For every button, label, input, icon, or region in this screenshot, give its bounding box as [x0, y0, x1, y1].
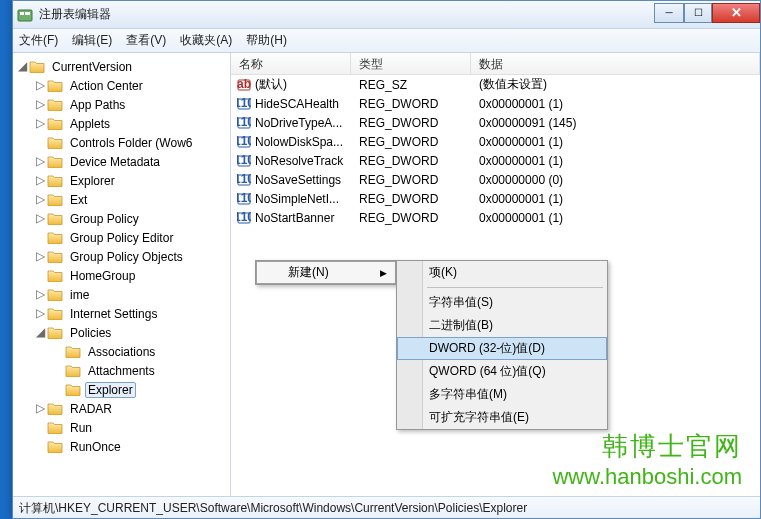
- value-icon: [237, 192, 251, 206]
- tree-label: Policies: [67, 325, 114, 341]
- tree-twisty-icon[interactable]: ▷: [33, 136, 47, 149]
- ctx-new[interactable]: 新建(N) ▶: [256, 261, 396, 284]
- tree-twisty-icon[interactable]: ▷: [33, 250, 47, 263]
- folder-icon: [47, 269, 63, 282]
- close-button[interactable]: ✕: [712, 3, 760, 23]
- value-row[interactable]: NoDriveTypeA... REG_DWORD 0x00000091 (14…: [231, 113, 760, 132]
- tree-item[interactable]: ▷Attachments: [15, 361, 230, 380]
- maximize-button[interactable]: ☐: [684, 3, 712, 23]
- tree-twisty-icon[interactable]: ▷: [33, 421, 47, 434]
- value-row[interactable]: HideSCAHealth REG_DWORD 0x00000001 (1): [231, 94, 760, 113]
- menu-file[interactable]: 文件(F): [19, 32, 58, 49]
- tree-item[interactable]: ▷RADAR: [15, 399, 230, 418]
- folder-icon: [47, 79, 63, 92]
- tree-label: Applets: [67, 116, 113, 132]
- tree-item[interactable]: ▷Controls Folder (Wow6: [15, 133, 230, 152]
- tree-label: Group Policy Editor: [67, 230, 176, 246]
- value-icon: [237, 78, 251, 92]
- tree-label: Device Metadata: [67, 154, 163, 170]
- tree-twisty-icon[interactable]: ▷: [33, 117, 47, 130]
- tree-item[interactable]: ▷Run: [15, 418, 230, 437]
- tree-item[interactable]: ▷Ext: [15, 190, 230, 209]
- value-type: REG_SZ: [351, 78, 471, 92]
- menu-edit[interactable]: 编辑(E): [72, 32, 112, 49]
- ctx-item[interactable]: 可扩充字符串值(E): [397, 406, 607, 429]
- folder-icon: [47, 288, 63, 301]
- tree-item[interactable]: ▷Group Policy Objects: [15, 247, 230, 266]
- value-row[interactable]: NoSimpleNetI... REG_DWORD 0x00000001 (1): [231, 189, 760, 208]
- tree-item[interactable]: ▷App Paths: [15, 95, 230, 114]
- tree-twisty-icon[interactable]: ◢: [33, 326, 47, 339]
- tree-twisty-icon[interactable]: ▷: [51, 345, 65, 358]
- menu-favorites[interactable]: 收藏夹(A): [180, 32, 232, 49]
- ctx-item[interactable]: QWORD (64 位)值(Q): [397, 360, 607, 383]
- tree-label: Group Policy Objects: [67, 249, 186, 265]
- tree-item[interactable]: ▷Explorer: [15, 171, 230, 190]
- tree-twisty-icon[interactable]: ▷: [33, 193, 47, 206]
- registry-tree[interactable]: ◢CurrentVersion▷Action Center▷App Paths▷…: [13, 53, 231, 496]
- tree-twisty-icon[interactable]: ▷: [33, 79, 47, 92]
- tree-item[interactable]: ▷ime: [15, 285, 230, 304]
- menu-view[interactable]: 查看(V): [126, 32, 166, 49]
- ctx-item[interactable]: 二进制值(B): [397, 314, 607, 337]
- folder-icon: [65, 383, 81, 396]
- folder-icon: [47, 117, 63, 130]
- value-type: REG_DWORD: [351, 211, 471, 225]
- menu-help[interactable]: 帮助(H): [246, 32, 287, 49]
- value-data: 0x00000001 (1): [471, 97, 760, 111]
- tree-item[interactable]: ◢Policies: [15, 323, 230, 342]
- value-row[interactable]: NoResolveTrack REG_DWORD 0x00000001 (1): [231, 151, 760, 170]
- tree-twisty-icon[interactable]: ▷: [33, 98, 47, 111]
- tree-twisty-icon[interactable]: ▷: [33, 269, 47, 282]
- col-data[interactable]: 数据: [471, 53, 760, 74]
- ctx-item-label: 字符串值(S): [429, 294, 493, 311]
- tree-twisty-icon[interactable]: ◢: [15, 60, 29, 73]
- value-type: REG_DWORD: [351, 116, 471, 130]
- tree-item[interactable]: ▷Device Metadata: [15, 152, 230, 171]
- grid-header: 名称 类型 数据: [231, 53, 760, 75]
- value-data: (数值未设置): [471, 76, 760, 93]
- value-row[interactable]: NoStartBanner REG_DWORD 0x00000001 (1): [231, 208, 760, 227]
- tree-twisty-icon[interactable]: ▷: [33, 231, 47, 244]
- value-icon: [237, 154, 251, 168]
- tree-item[interactable]: ▷Group Policy Editor: [15, 228, 230, 247]
- titlebar[interactable]: 注册表编辑器 ─ ☐ ✕: [13, 1, 760, 29]
- submenu-arrow-icon: ▶: [380, 268, 387, 278]
- ctx-item[interactable]: DWORD (32-位)值(D): [397, 337, 607, 360]
- value-name: (默认): [255, 76, 287, 93]
- minimize-button[interactable]: ─: [654, 3, 684, 23]
- tree-item[interactable]: ▷Internet Settings: [15, 304, 230, 323]
- tree-item[interactable]: ▷Action Center: [15, 76, 230, 95]
- col-name[interactable]: 名称: [231, 53, 351, 74]
- folder-icon: [47, 136, 63, 149]
- tree-item[interactable]: ▷Explorer: [15, 380, 230, 399]
- ctx-item-label: 可扩充字符串值(E): [429, 409, 529, 426]
- tree-item[interactable]: ▷Group Policy: [15, 209, 230, 228]
- folder-icon: [47, 212, 63, 225]
- value-row[interactable]: NoSaveSettings REG_DWORD 0x00000000 (0): [231, 170, 760, 189]
- tree-item[interactable]: ◢CurrentVersion: [15, 57, 230, 76]
- value-row[interactable]: NolowDiskSpa... REG_DWORD 0x00000001 (1): [231, 132, 760, 151]
- tree-item[interactable]: ▷HomeGroup: [15, 266, 230, 285]
- value-row[interactable]: (默认) REG_SZ (数值未设置): [231, 75, 760, 94]
- folder-icon: [47, 174, 63, 187]
- tree-twisty-icon[interactable]: ▷: [33, 288, 47, 301]
- tree-twisty-icon[interactable]: ▷: [33, 155, 47, 168]
- value-data: 0x00000091 (145): [471, 116, 760, 130]
- ctx-item[interactable]: 字符串值(S): [397, 291, 607, 314]
- menubar: 文件(F) 编辑(E) 查看(V) 收藏夹(A) 帮助(H): [13, 29, 760, 53]
- ctx-item-label: QWORD (64 位)值(Q): [429, 363, 546, 380]
- tree-twisty-icon[interactable]: ▷: [33, 307, 47, 320]
- ctx-item[interactable]: 项(K): [397, 261, 607, 284]
- tree-twisty-icon[interactable]: ▷: [51, 383, 65, 396]
- tree-twisty-icon[interactable]: ▷: [33, 402, 47, 415]
- col-type[interactable]: 类型: [351, 53, 471, 74]
- ctx-item[interactable]: 多字符串值(M): [397, 383, 607, 406]
- tree-twisty-icon[interactable]: ▷: [33, 212, 47, 225]
- tree-twisty-icon[interactable]: ▷: [33, 440, 47, 453]
- tree-item[interactable]: ▷Associations: [15, 342, 230, 361]
- tree-item[interactable]: ▷Applets: [15, 114, 230, 133]
- tree-twisty-icon[interactable]: ▷: [51, 364, 65, 377]
- tree-twisty-icon[interactable]: ▷: [33, 174, 47, 187]
- tree-item[interactable]: ▷RunOnce: [15, 437, 230, 456]
